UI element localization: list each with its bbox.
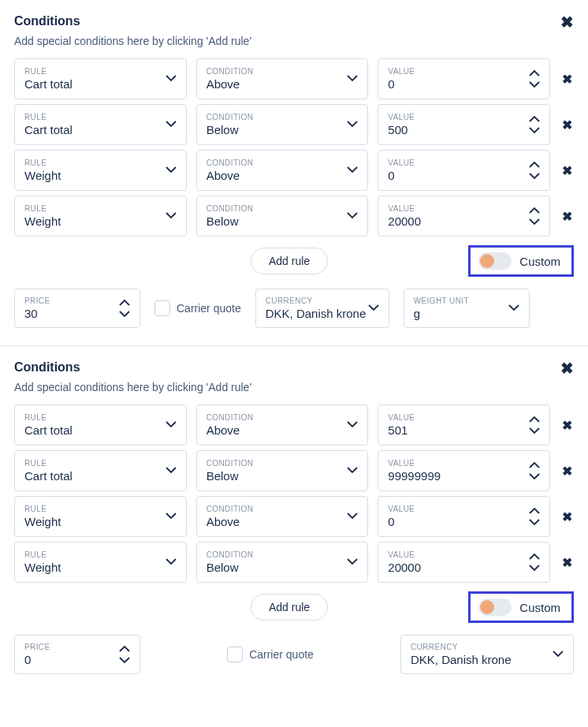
field-value: 0 <box>388 169 529 182</box>
add-rule-button[interactable]: Add rule <box>251 594 328 621</box>
rule-select[interactable]: RULEWeight <box>14 542 187 583</box>
close-icon[interactable]: ✖ <box>560 360 574 376</box>
rule-select[interactable]: RULEWeight <box>14 196 187 237</box>
chevron-down-icon <box>166 421 177 429</box>
field-value: Below <box>207 469 348 483</box>
chevron-up-icon[interactable] <box>529 507 540 514</box>
rule-select[interactable]: RULECart total <box>14 405 187 446</box>
value-stepper[interactable]: VALUE20000 <box>378 542 550 583</box>
chevron-down-icon[interactable] <box>529 473 540 480</box>
value-stepper[interactable]: VALUE20000 <box>378 196 550 237</box>
chevron-up-icon[interactable] <box>119 299 130 306</box>
chevron-down-icon <box>166 121 177 129</box>
stepper-arrows[interactable] <box>529 416 540 434</box>
condition-select[interactable]: CONDITIONBelow <box>196 542 369 583</box>
carrier-quote-checkbox[interactable] <box>154 300 170 316</box>
rule-select[interactable]: RULEWeight <box>14 496 187 537</box>
condition-select[interactable]: CONDITIONBelow <box>196 450 369 491</box>
condition-select[interactable]: CONDITIONAbove <box>196 58 369 99</box>
field-label: PRICE <box>24 643 119 651</box>
delete-rule-icon[interactable]: ✖ <box>560 509 574 524</box>
field-label: CURRENCY <box>266 296 368 305</box>
chevron-up-icon[interactable] <box>529 416 540 423</box>
rule-select[interactable]: RULECart total <box>14 58 187 99</box>
value-stepper[interactable]: VALUE501 <box>378 405 550 446</box>
chevron-up-icon[interactable] <box>529 115 540 122</box>
stepper-arrows[interactable] <box>529 553 540 572</box>
weight-unit-select[interactable]: WEIGHT UNITg <box>404 289 530 328</box>
rule-row: RULEWeightCONDITIONBelowVALUE20000✖ <box>14 196 574 237</box>
stepper-arrows[interactable] <box>529 207 540 226</box>
condition-select[interactable]: CONDITIONBelow <box>196 196 369 237</box>
currency-select[interactable]: CURRENCYDKK, Danish krone <box>400 635 574 674</box>
field-label: PRICE <box>24 296 119 305</box>
chevron-down-icon[interactable] <box>119 311 130 318</box>
delete-rule-icon[interactable]: ✖ <box>560 72 574 87</box>
section-subtitle: Add special conditions here by clicking … <box>14 35 574 47</box>
custom-toggle-highlight: Custom <box>468 591 574 623</box>
field-label: CONDITION <box>207 505 348 513</box>
price-stepper[interactable]: PRICE0 <box>14 635 140 674</box>
field-label: RULE <box>24 158 166 167</box>
chevron-up-icon[interactable] <box>529 69 540 76</box>
stepper-arrows[interactable] <box>529 115 540 134</box>
chevron-down-icon[interactable] <box>529 81 540 88</box>
add-rule-button[interactable]: Add rule <box>251 248 328 274</box>
carrier-quote-checkbox[interactable] <box>227 647 243 662</box>
rule-row: RULEWeightCONDITIONBelowVALUE20000✖ <box>14 542 574 583</box>
delete-rule-icon[interactable]: ✖ <box>560 418 574 433</box>
chevron-up-icon[interactable] <box>119 645 130 652</box>
field-label: VALUE <box>388 158 529 167</box>
value-stepper[interactable]: VALUE500 <box>378 104 550 145</box>
chevron-up-icon[interactable] <box>529 161 540 168</box>
stepper-arrows[interactable] <box>529 161 540 180</box>
delete-rule-icon[interactable]: ✖ <box>560 209 574 224</box>
chevron-up-icon[interactable] <box>529 207 540 214</box>
field-label: VALUE <box>388 505 529 513</box>
chevron-down-icon[interactable] <box>529 565 540 572</box>
field-value: 20000 <box>388 561 529 574</box>
close-icon[interactable]: ✖ <box>560 14 574 30</box>
chevron-down-icon[interactable] <box>529 127 540 134</box>
stepper-arrows[interactable] <box>529 461 540 480</box>
field-value: 30 <box>24 307 119 320</box>
stepper-arrows[interactable] <box>529 69 540 88</box>
value-stepper[interactable]: VALUE0 <box>378 58 550 99</box>
value-stepper[interactable]: VALUE0 <box>378 496 550 537</box>
rule-select[interactable]: RULECart total <box>14 104 187 145</box>
rule-select[interactable]: RULEWeight <box>14 150 187 191</box>
price-stepper[interactable]: PRICE30 <box>14 289 140 328</box>
field-value: g <box>414 307 508 320</box>
stepper-arrows[interactable] <box>529 507 540 526</box>
delete-rule-icon[interactable]: ✖ <box>560 163 574 178</box>
condition-select[interactable]: CONDITIONAbove <box>196 496 369 537</box>
stepper-arrows[interactable] <box>119 645 130 664</box>
chevron-up-icon[interactable] <box>529 553 540 560</box>
currency-select[interactable]: CURRENCYDKK, Danish krone <box>255 289 389 328</box>
chevron-down-icon[interactable] <box>529 218 540 226</box>
field-value: Cart total <box>24 77 166 91</box>
condition-select[interactable]: CONDITIONBelow <box>196 104 369 145</box>
custom-toggle[interactable] <box>478 252 512 270</box>
chevron-down-icon <box>347 558 358 566</box>
rule-select[interactable]: RULECart total <box>14 450 187 491</box>
delete-rule-icon[interactable]: ✖ <box>560 555 574 570</box>
chevron-down-icon[interactable] <box>119 657 130 664</box>
rule-row: RULEWeightCONDITIONAboveVALUE0✖ <box>14 496 574 537</box>
delete-rule-icon[interactable]: ✖ <box>560 464 574 479</box>
value-stepper[interactable]: VALUE99999999 <box>378 450 550 491</box>
chevron-down-icon[interactable] <box>529 173 540 180</box>
chevron-down-icon <box>166 467 177 475</box>
condition-select[interactable]: CONDITIONAbove <box>196 405 369 446</box>
condition-select[interactable]: CONDITIONAbove <box>196 150 369 191</box>
stepper-arrows[interactable] <box>119 299 130 318</box>
chevron-up-icon[interactable] <box>529 461 540 468</box>
custom-toggle[interactable] <box>478 598 512 616</box>
delete-rule-icon[interactable]: ✖ <box>560 117 574 132</box>
chevron-down-icon[interactable] <box>529 427 540 434</box>
chevron-down-icon[interactable] <box>529 519 540 526</box>
field-value: Weight <box>24 515 166 528</box>
field-label: RULE <box>24 550 166 559</box>
value-stepper[interactable]: VALUE0 <box>378 150 550 191</box>
field-label: CONDITION <box>207 158 348 167</box>
